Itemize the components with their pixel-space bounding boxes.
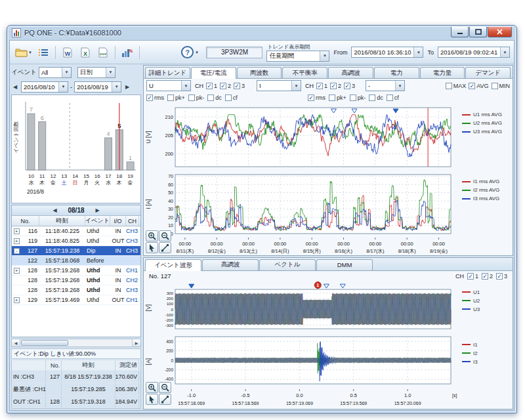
open-folder-icon[interactable]: ▼	[14, 45, 33, 60]
trend-i-rms-checkbox-box[interactable]: ✓	[308, 94, 314, 101]
voltage-item-select[interactable]: U▼	[146, 80, 191, 91]
trend-u-ch3-checkbox[interactable]: ✓3	[234, 83, 245, 89]
wave-ch3-checkbox-box[interactable]: ✓	[496, 273, 503, 280]
dropdown-arrow-icon[interactable]: ▼	[62, 68, 71, 77]
trend-u-ch1-checkbox-box[interactable]: ✓	[206, 83, 213, 89]
dropdown-arrow-icon[interactable]: ▼	[291, 81, 301, 91]
dropdown-arrow-icon[interactable]: ▼	[181, 81, 190, 91]
wave-ch1-checkbox[interactable]: ✓1	[467, 273, 478, 280]
trend-period-select[interactable]: 任意期間 ▼	[266, 51, 329, 62]
tab-detail-trend[interactable]: 詳細トレンド	[145, 67, 190, 78]
scroll-right-button[interactable]: ▶	[132, 339, 140, 346]
row-expander[interactable]: -	[12, 248, 21, 254]
trend-i-pkplus-checkbox[interactable]: pk+	[329, 94, 346, 101]
trend-u-pkminus-checkbox[interactable]: pk-	[188, 94, 205, 101]
trend-i-ch3-checkbox[interactable]: ✓3	[344, 83, 355, 89]
trend-stat-min-checkbox-box[interactable]	[492, 83, 498, 89]
tab-vector[interactable]: ベクトル	[259, 259, 316, 270]
next-range-button[interactable]: ▶	[123, 84, 131, 90]
event-row-127[interactable]: -12715:57:19.238DipINCH3	[12, 246, 140, 256]
expand-icon[interactable]: +	[14, 228, 20, 234]
tab-event-waveform[interactable]: イベント波形	[145, 259, 201, 271]
row-expander[interactable]: +	[12, 297, 21, 303]
trend-i-ch1-checkbox-box[interactable]: ✓	[316, 83, 323, 89]
event-row-119[interactable]: +11911:18:40.825UthdOUTCH3	[12, 236, 140, 246]
wave-ch1-checkbox-box[interactable]: ✓	[467, 273, 474, 280]
tab-power[interactable]: 電力	[374, 67, 419, 78]
waveform-zoom-out-button[interactable]	[159, 382, 171, 393]
help-icon[interactable]: ?▼	[179, 45, 200, 60]
trend-i-pkminus-checkbox[interactable]: pk-	[350, 94, 366, 101]
waveform-measure-button[interactable]	[159, 394, 171, 405]
trend-u-dc-checkbox-box[interactable]	[207, 94, 214, 101]
harmonic-graph-icon[interactable]: %	[119, 45, 135, 60]
maximize-button[interactable]	[469, 27, 487, 37]
tab-frequency[interactable]: 周波数	[237, 67, 282, 78]
trend-u-rms-checkbox-box[interactable]: ✓	[146, 94, 153, 101]
event-row-128[interactable]: +12815:57:19.268UthdINCH1	[12, 266, 140, 276]
trend-i-dc-checkbox[interactable]: dc	[369, 94, 383, 101]
trend-u-pkplus-checkbox-box[interactable]	[167, 94, 174, 101]
trend-u-pkminus-checkbox-box[interactable]	[188, 94, 195, 101]
trend-i-ch3-checkbox-box[interactable]: ✓	[344, 83, 350, 89]
trend-u-ch1-checkbox[interactable]: ✓1	[206, 83, 217, 89]
voltage-waveform-chart[interactable]: -300-200-10001002003001	[153, 282, 459, 334]
date-to-select[interactable]: 2016/08/19 ▼	[74, 81, 121, 93]
wave-ch2-checkbox[interactable]: ✓2	[482, 273, 493, 280]
trend-u-cf-checkbox-box[interactable]	[225, 94, 232, 101]
row-expander[interactable]: +	[12, 228, 21, 234]
tab-energy[interactable]: 電力量	[420, 67, 465, 78]
view-mode-select[interactable]: 日別 ▼	[77, 67, 116, 78]
row-expander[interactable]: +	[12, 238, 21, 244]
trend-i-pkplus-checkbox-box[interactable]	[329, 94, 335, 101]
event-list-hscrollbar[interactable]: ◀ ▶	[11, 339, 141, 347]
event-list-icon[interactable]	[35, 45, 51, 60]
expand-icon[interactable]: +	[14, 268, 20, 274]
waveform-zoom-in-button[interactable]	[146, 382, 158, 393]
trend-i-cf-checkbox-box[interactable]	[387, 94, 393, 101]
from-datetime-input[interactable]: 2016/08/10 16:36:10 ▼	[351, 47, 423, 58]
trend-stat-max-checkbox[interactable]: MAX	[446, 83, 467, 89]
trend-i-pkminus-checkbox-box[interactable]	[350, 94, 356, 101]
close-button[interactable]	[488, 27, 512, 37]
trend-i-rms-checkbox[interactable]: ✓rms	[308, 94, 326, 101]
trend-i-cf-checkbox[interactable]: cf	[387, 94, 399, 101]
help-icon-dropdown-arrow[interactable]: ▼	[195, 51, 199, 54]
current-item-select[interactable]: I▼	[257, 80, 301, 91]
tab-unbalance[interactable]: 不平衡率	[282, 67, 327, 78]
dropdown-arrow-icon[interactable]: ▼	[106, 68, 115, 77]
trend-u-cf-checkbox[interactable]: cf	[225, 94, 238, 101]
trend-stat-avg-checkbox-box[interactable]: ✓	[469, 83, 475, 89]
event-row-129[interactable]: +12915:57:19.469UthdOUTCH1	[12, 295, 140, 305]
current-waveform-chart[interactable]: -400-2000200400	[153, 334, 459, 389]
trend-i-ch2-checkbox[interactable]: ✓2	[330, 83, 341, 89]
tab-voltage-current[interactable]: 電圧/電流	[191, 67, 236, 79]
expand-icon[interactable]: +	[14, 238, 20, 244]
scrollbar-thumb[interactable]	[21, 340, 68, 346]
expand-icon[interactable]: +	[14, 297, 20, 303]
trend-u-ch3-checkbox-box[interactable]: ✓	[234, 83, 240, 89]
open-folder-icon-dropdown-arrow[interactable]: ▼	[28, 51, 32, 54]
minimize-button[interactable]	[451, 27, 469, 37]
event-row-116[interactable]: +11611:18:40.225UthdINCH3	[12, 226, 140, 236]
tab-dmm[interactable]: DMM	[316, 259, 373, 270]
event-count-bar-chart[interactable]: 710水611木12金13土14日15月16火417水518木119金イベント回…	[12, 96, 138, 201]
prev-day-button[interactable]: ◀	[51, 207, 58, 213]
event-row-128[interactable]: 12815:57:19.268UthdINCH2	[12, 276, 140, 285]
trend-zoom-in-button[interactable]	[146, 230, 158, 242]
trend-stat-max-checkbox-box[interactable]	[446, 83, 452, 89]
titlebar[interactable]: PQ ONE - C:¥Data¥16081000	[9, 26, 514, 40]
trend-u-pkplus-checkbox[interactable]: pk+	[167, 94, 185, 101]
extra-item-select[interactable]: -▼	[366, 80, 405, 91]
prev-range-button[interactable]: ◀	[11, 84, 19, 90]
current-trend-chart[interactable]: 010203040506070	[153, 171, 459, 238]
dropdown-arrow-icon[interactable]: ▼	[58, 82, 68, 92]
trend-stat-min-checkbox[interactable]: MIN	[492, 83, 511, 89]
trend-measure-button[interactable]	[159, 242, 171, 253]
dropdown-arrow-icon[interactable]: ▼	[320, 51, 329, 61]
trend-i-ch2-checkbox-box[interactable]: ✓	[330, 83, 337, 89]
wave-ch2-checkbox-box[interactable]: ✓	[482, 273, 488, 280]
trend-u-ch2-checkbox-box[interactable]: ✓	[220, 83, 226, 89]
report-word-icon[interactable]: W	[60, 45, 75, 60]
dropdown-arrow-icon[interactable]: ▼	[395, 81, 404, 91]
